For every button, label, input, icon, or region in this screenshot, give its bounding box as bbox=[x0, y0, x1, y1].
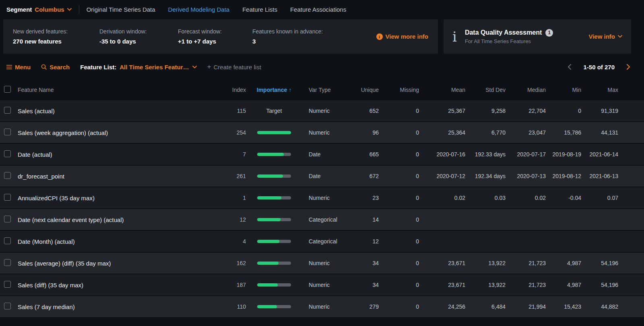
pagination-range: 1-50 of 270 bbox=[583, 64, 615, 71]
view-info-link[interactable]: View info bbox=[588, 33, 622, 40]
feature-max: 2021-06-14 bbox=[581, 151, 618, 158]
row-checkbox[interactable] bbox=[4, 107, 11, 114]
importance-bar-fill bbox=[257, 305, 277, 308]
importance-bar bbox=[257, 174, 291, 178]
table-row[interactable]: Sales (diff) (35 day max) 187 Numeric 34… bbox=[0, 274, 644, 296]
column-header-index[interactable]: Index bbox=[210, 87, 246, 93]
importance-cell bbox=[246, 174, 302, 178]
chevron-down-icon bbox=[192, 66, 197, 69]
column-header-median[interactable]: Median bbox=[506, 87, 546, 93]
column-header-var-type[interactable]: Var Type bbox=[302, 87, 343, 93]
importance-bar bbox=[257, 305, 291, 308]
feature-mean: 0.02 bbox=[419, 195, 465, 201]
feature-missing: 0 bbox=[379, 151, 419, 158]
column-header-importance[interactable]: Importance↑ bbox=[246, 87, 302, 93]
feature-median: 22,704 bbox=[506, 108, 546, 114]
table-row[interactable]: Sales (7 day median) 110 Numeric 279 0 2… bbox=[0, 296, 644, 318]
row-checkbox[interactable] bbox=[4, 259, 11, 266]
feature-name: Date (actual) bbox=[18, 151, 210, 158]
feature-list-value: All Time Series Featur… bbox=[120, 64, 189, 71]
feature-mean: 25,364 bbox=[419, 129, 465, 136]
importance-bar bbox=[257, 262, 291, 265]
column-header-mean[interactable]: Mean bbox=[419, 87, 465, 93]
tab-derived-modeling-data[interactable]: Derived Modeling Data bbox=[168, 6, 230, 13]
feature-name: Date (Month) (actual) bbox=[18, 238, 210, 245]
summary-value: +1 to +7 days bbox=[178, 38, 252, 45]
sort-ascending-icon: ↑ bbox=[289, 87, 291, 93]
feature-mean: 2020-07-16 bbox=[419, 151, 465, 158]
row-checkbox[interactable] bbox=[4, 194, 11, 201]
feature-index: 4 bbox=[210, 238, 246, 245]
row-checkbox[interactable] bbox=[4, 129, 11, 135]
row-checkbox[interactable] bbox=[4, 172, 11, 179]
feature-name: Sales (actual) bbox=[18, 108, 210, 114]
next-page-button[interactable] bbox=[627, 64, 630, 70]
data-quality-card: i Data Quality Assessment 1 For All Time… bbox=[444, 19, 631, 54]
previous-page-button[interactable] bbox=[568, 64, 571, 70]
table-row[interactable]: Date (next calendar event type) (actual)… bbox=[0, 209, 644, 231]
create-feature-list-button[interactable]: + Create feature list bbox=[207, 63, 261, 71]
feature-min: 15,786 bbox=[546, 129, 581, 136]
table-row[interactable]: Date (actual) 7 Date 665 0 2020-07-16 19… bbox=[0, 144, 644, 166]
row-checkbox[interactable] bbox=[4, 281, 11, 288]
features-table: Feature Name Index Importance↑ Var Type … bbox=[0, 80, 644, 318]
feature-var-type: Numeric bbox=[302, 282, 343, 288]
feature-list-selector[interactable]: Feature List: All Time Series Featur… bbox=[80, 64, 196, 71]
feature-median: 21,723 bbox=[506, 260, 546, 266]
feature-std-dev: 13,922 bbox=[465, 260, 506, 266]
pagination: 1-50 of 270 bbox=[568, 64, 630, 71]
feature-max: 0.07 bbox=[581, 195, 618, 201]
search-button[interactable]: Search bbox=[41, 64, 70, 71]
feature-std-dev: 13,922 bbox=[465, 282, 506, 288]
tab-feature-lists[interactable]: Feature Lists bbox=[242, 6, 277, 13]
menu-button[interactable]: Menu bbox=[6, 64, 31, 71]
chevron-down-icon bbox=[618, 35, 622, 38]
importance-bar bbox=[257, 218, 291, 221]
row-checkbox[interactable] bbox=[4, 237, 11, 244]
table-row[interactable]: AnnualizedCPI (35 day max) 1 Numeric 23 … bbox=[0, 187, 644, 209]
table-row[interactable]: Sales (actual) 115 Target Numeric 652 0 … bbox=[0, 100, 644, 122]
importance-cell bbox=[246, 262, 302, 265]
column-header-unique[interactable]: Unique bbox=[343, 87, 379, 93]
importance-bar-fill bbox=[257, 240, 279, 243]
info-serif-icon: i bbox=[452, 30, 457, 44]
table-row[interactable]: dr_forecast_point 261 Date 672 0 2020-07… bbox=[0, 166, 644, 187]
summary-label: New derived features: bbox=[13, 28, 99, 35]
feature-min: 0 bbox=[546, 108, 581, 114]
feature-missing: 0 bbox=[379, 260, 419, 266]
quality-count-badge: 1 bbox=[545, 29, 553, 37]
feature-unique: 96 bbox=[343, 129, 379, 136]
column-header-feature-name[interactable]: Feature Name bbox=[18, 87, 210, 93]
table-row[interactable]: Sales (average) (diff) (35 day max) 162 … bbox=[0, 253, 644, 274]
hamburger-menu-icon bbox=[6, 65, 12, 69]
importance-cell bbox=[246, 305, 302, 308]
column-header-std-dev[interactable]: Std Dev bbox=[465, 87, 506, 93]
feature-missing: 0 bbox=[379, 282, 419, 288]
row-checkbox[interactable] bbox=[4, 216, 11, 222]
feature-mean: 23,671 bbox=[419, 282, 465, 288]
importance-cell bbox=[246, 153, 302, 156]
feature-unique: 652 bbox=[343, 108, 379, 114]
column-header-min[interactable]: Min bbox=[546, 87, 581, 93]
tab-feature-associations[interactable]: Feature Associations bbox=[290, 6, 346, 13]
column-header-max[interactable]: Max bbox=[581, 87, 618, 93]
column-header-missing[interactable]: Missing bbox=[379, 87, 419, 93]
table-row[interactable]: Date (Month) (actual) 4 Categorical 12 0 bbox=[0, 231, 644, 253]
feature-index: 1 bbox=[210, 195, 246, 201]
summary-label: Derivation window: bbox=[99, 28, 178, 35]
segment-selector[interactable]: Segment Columbus bbox=[6, 6, 72, 13]
row-checkbox[interactable] bbox=[4, 303, 11, 309]
importance-cell bbox=[246, 218, 302, 221]
feature-max: 2021-06-13 bbox=[581, 173, 618, 179]
view-more-info-link[interactable]: i View more info bbox=[376, 33, 428, 40]
summary-value: 270 new features bbox=[13, 38, 99, 45]
feature-var-type: Numeric bbox=[302, 195, 343, 201]
select-all-checkbox[interactable] bbox=[4, 86, 11, 93]
row-checkbox[interactable] bbox=[4, 150, 11, 157]
feature-min: 2019-08-19 bbox=[546, 151, 581, 158]
tab-original-time-series-data[interactable]: Original Time Series Data bbox=[87, 6, 155, 13]
feature-var-type: Date bbox=[302, 151, 343, 158]
feature-name: Sales (average) (diff) (35 day max) bbox=[18, 260, 210, 267]
info-icon: i bbox=[376, 33, 383, 40]
table-row[interactable]: Sales (week aggregation) (actual) 254 Nu… bbox=[0, 122, 644, 144]
